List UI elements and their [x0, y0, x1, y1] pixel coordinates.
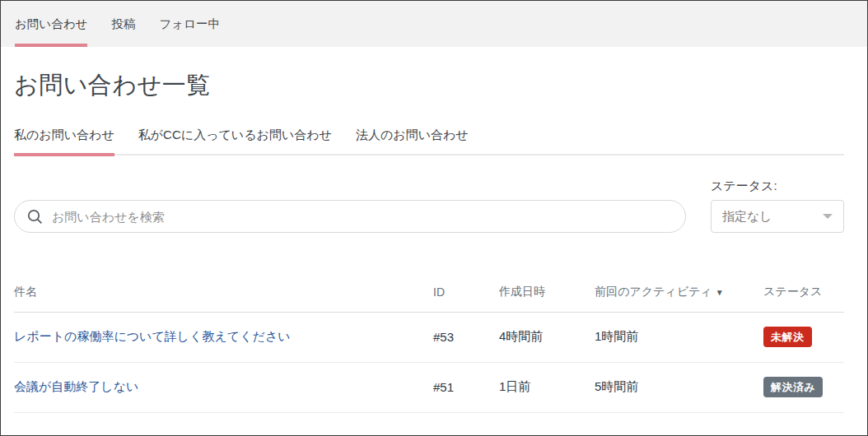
header-subject: 件名 [14, 272, 433, 312]
controls-row: ステータス: 指定なし [14, 179, 844, 233]
request-filter-tabs: 私のお問い合わせ 私がCCに入っているお問い合わせ 法人のお問い合わせ [14, 128, 844, 155]
header-status: ステータス [763, 272, 844, 312]
request-created: 1日前 [499, 362, 595, 412]
status-badge: 未解決 [763, 327, 812, 347]
request-last-activity: 5時間前 [595, 362, 763, 412]
tab-my-requests[interactable]: 私のお問い合わせ [14, 128, 114, 154]
request-id: #53 [433, 312, 499, 362]
status-filter-label: ステータス: [711, 179, 844, 194]
main-content: お問い合わせ一覧 私のお問い合わせ 私がCCに入っているお問い合わせ 法人のお問… [1, 69, 867, 413]
top-tab-contributions[interactable]: 投稿 [111, 1, 135, 47]
request-id: #51 [433, 362, 499, 412]
table-row: レポートの稼働率について詳しく教えてください #53 4時間前 1時間前 未解決 [14, 312, 844, 362]
search-icon [27, 209, 43, 225]
table-row: 会議が自動終了しない #51 1日前 5時間前 解決済み [14, 362, 844, 412]
chevron-down-icon [823, 214, 833, 219]
requests-table: 件名 ID 作成日時 前回のアクティビティ▼ ステータス レポートの稼働率につい… [14, 272, 844, 413]
tab-cc-requests[interactable]: 私がCCに入っているお問い合わせ [138, 128, 332, 154]
header-id: ID [433, 272, 499, 312]
table-header-row: 件名 ID 作成日時 前回のアクティビティ▼ ステータス [14, 272, 844, 312]
status-select[interactable]: 指定なし [711, 200, 844, 233]
status-select-value: 指定なし [722, 209, 772, 225]
help-center-window: お問い合わせ 投稿 フォロー中 お問い合わせ一覧 私のお問い合わせ 私がCCに入… [0, 0, 868, 436]
search-input[interactable] [52, 210, 673, 224]
sort-desc-icon: ▼ [716, 288, 724, 297]
page-title: お問い合わせ一覧 [14, 69, 844, 102]
tab-organization-requests[interactable]: 法人のお問い合わせ [356, 128, 469, 154]
request-last-activity: 1時間前 [595, 312, 763, 362]
request-link[interactable]: レポートの稼働率について詳しく教えてください [14, 329, 291, 343]
top-tab-following[interactable]: フォロー中 [159, 1, 220, 47]
top-tab-requests[interactable]: お問い合わせ [15, 1, 87, 47]
search-box[interactable] [14, 200, 686, 233]
status-filter: ステータス: 指定なし [711, 179, 844, 233]
request-link[interactable]: 会議が自動終了しない [14, 379, 138, 393]
status-badge: 解決済み [763, 377, 823, 397]
header-created: 作成日時 [499, 272, 595, 312]
header-last-activity[interactable]: 前回のアクティビティ▼ [595, 272, 763, 312]
request-created: 4時間前 [499, 312, 595, 362]
header-last-activity-label: 前回のアクティビティ [595, 285, 712, 298]
top-nav: お問い合わせ 投稿 フォロー中 [1, 1, 867, 47]
